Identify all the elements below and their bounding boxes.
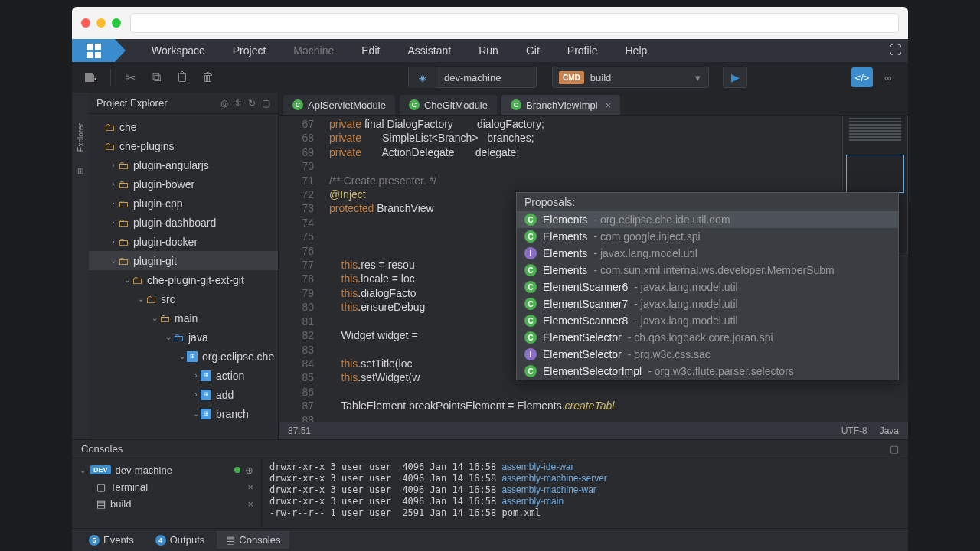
menu-help[interactable]: Help xyxy=(611,44,661,57)
project-explorer: Project Explorer ◎ ⁜ ↻ ▢ 🗀che🗀che-plugin… xyxy=(89,93,279,439)
folder-icon: ⊞ xyxy=(201,370,211,381)
proposal-item[interactable]: CElementSelector - ch.qos.logback.core.j… xyxy=(517,329,898,346)
tree-item[interactable]: ›🗀plugin-angularjs xyxy=(89,155,278,174)
menu-project[interactable]: Project xyxy=(219,44,280,57)
kind-icon: C xyxy=(524,264,537,276)
tree-item[interactable]: ⌄🗀main xyxy=(89,308,278,328)
close-icon[interactable]: × xyxy=(247,498,253,510)
proposal-item[interactable]: CElements - org.eclipse.che.ide.util.dom xyxy=(517,211,898,228)
editor-tab[interactable]: CCheGitModule xyxy=(400,95,497,115)
tree-item[interactable]: ⌄🗀che-plugin-git-ext-git xyxy=(89,270,278,289)
folder-icon: 🗀 xyxy=(118,255,129,267)
machine-input[interactable] xyxy=(436,72,536,83)
tree-item[interactable]: ›🗀plugin-bower xyxy=(89,174,278,194)
tree-item[interactable]: ⌄🗀java xyxy=(89,328,278,347)
consoles-panel: Consoles ▢ ⌄DEVdev-machine⊕▢Terminal×▤bu… xyxy=(72,439,908,528)
language: Java xyxy=(880,425,899,436)
refresh-icon[interactable]: ↻ xyxy=(248,98,256,109)
menu-profile[interactable]: Profile xyxy=(554,44,612,57)
menu-workspace[interactable]: Workspace xyxy=(138,44,219,57)
toolbar: ✂ ⧉ 📋︎ 🗑︎ ◈ CMD build ▾ ▶ </> ∞ xyxy=(72,62,908,93)
tree-item[interactable]: ›⊞action xyxy=(89,366,278,385)
close-icon[interactable]: × xyxy=(247,481,253,493)
folder-icon: ⊞ xyxy=(187,351,198,362)
autocomplete-popup[interactable]: Proposals: CElements - org.eclipse.che.i… xyxy=(516,192,899,380)
kind-icon: C xyxy=(524,298,537,310)
gear-icon: ▤ xyxy=(96,498,106,510)
address-bar[interactable] xyxy=(130,13,899,33)
proposal-item[interactable]: CElementScanner8 - javax.lang.model.util xyxy=(517,312,898,329)
menu-run[interactable]: Run xyxy=(465,44,512,57)
machine-selector[interactable]: ◈ xyxy=(408,67,537,88)
tree-item[interactable]: 🗀che xyxy=(89,117,278,136)
console-tree-item[interactable]: ▤build× xyxy=(72,495,261,512)
kind-icon: C xyxy=(524,281,537,293)
editor-tab[interactable]: CBranchViewImpl× xyxy=(501,95,620,115)
console-tree-item[interactable]: ▢Terminal× xyxy=(72,478,261,495)
paste-icon[interactable]: 📋︎ xyxy=(172,67,192,87)
folder-icon: 🗀 xyxy=(104,121,115,133)
status-dot-icon xyxy=(234,467,240,473)
proposal-item[interactable]: IElements - javax.lang.model.util xyxy=(517,245,898,262)
app-logo[interactable] xyxy=(72,39,115,62)
tree-item[interactable]: 🗀che-plugins xyxy=(89,136,278,155)
close-icon[interactable] xyxy=(81,18,90,28)
code-icon[interactable]: </> xyxy=(851,67,873,87)
menubar: WorkspaceProjectMachineEditAssistantRunG… xyxy=(72,39,908,62)
encoding: UTF-8 xyxy=(841,425,867,436)
bottom-tab-consoles[interactable]: ▤Consoles xyxy=(217,531,289,549)
folder-icon: 🗀 xyxy=(118,159,129,171)
proposal-item[interactable]: CElementScanner7 - javax.lang.model.util xyxy=(517,295,898,312)
command-selector[interactable]: CMD build ▾ xyxy=(552,67,709,88)
menu-assistant[interactable]: Assistant xyxy=(394,44,465,57)
link-icon[interactable]: ∞ xyxy=(877,67,899,87)
add-icon[interactable]: ⊕ xyxy=(245,465,253,476)
new-icon[interactable] xyxy=(81,67,101,87)
explorer-title: Project Explorer xyxy=(96,97,167,109)
tree-item[interactable]: ⌄⊞branch xyxy=(89,404,278,423)
editor-tab[interactable]: CApiServletModule xyxy=(283,95,395,115)
tree-item[interactable]: ⌄🗀plugin-git xyxy=(89,251,278,270)
proposal-item[interactable]: CElements - com.google.inject.spi xyxy=(517,228,898,245)
tree-item[interactable]: ›⊞add xyxy=(89,385,278,404)
proposal-item[interactable]: CElementSelectorImpl - org.w3c.flute.par… xyxy=(517,363,898,380)
popup-title: Proposals: xyxy=(517,193,898,211)
tree-item[interactable]: ›🗀plugin-docker xyxy=(89,232,278,251)
tree-item[interactable]: ⌄🗀src xyxy=(89,289,278,308)
delete-icon[interactable]: 🗑︎ xyxy=(198,67,218,87)
kind-icon: C xyxy=(524,230,537,243)
settings-icon[interactable]: ▢ xyxy=(262,98,270,109)
bottom-tab-events[interactable]: 5Events xyxy=(80,531,143,549)
left-rail: Explorer ⊞ xyxy=(72,93,89,439)
explorer-rail-tab[interactable]: Explorer xyxy=(77,123,85,152)
close-tab-icon[interactable]: × xyxy=(606,99,612,111)
class-icon: C xyxy=(292,99,303,110)
rail-icon[interactable]: ⊞ xyxy=(77,167,83,175)
command-value: build xyxy=(590,72,688,83)
console-tree-item[interactable]: ⌄DEVdev-machine⊕ xyxy=(72,461,261,478)
collapse-icon[interactable]: ⁜ xyxy=(234,98,242,109)
tree-item[interactable]: ›🗀plugin-dashboard xyxy=(89,213,278,232)
target-icon[interactable]: ◎ xyxy=(220,98,228,109)
proposal-item[interactable]: CElements - com.sun.xml.internal.ws.deve… xyxy=(517,262,898,279)
copy-icon[interactable]: ⧉ xyxy=(146,67,166,87)
folder-icon: 🗀 xyxy=(118,178,129,191)
folder-icon: 🗀 xyxy=(173,331,184,344)
cut-icon[interactable]: ✂ xyxy=(120,67,140,87)
zoom-icon[interactable] xyxy=(112,18,121,28)
bottom-tab-outputs[interactable]: 4Outputs xyxy=(146,531,214,549)
proposal-item[interactable]: IElementSelector - org.w3c.css.sac xyxy=(517,346,898,363)
tree-item[interactable]: ›🗀plugin-cpp xyxy=(89,194,278,213)
console-output[interactable]: drwxr-xr-x 3 user user 4096 Jan 14 16:58… xyxy=(262,458,908,528)
run-button[interactable]: ▶ xyxy=(723,67,747,88)
tree-item[interactable]: ⌄⊞org.eclipse.che xyxy=(89,347,278,366)
minimize-icon[interactable] xyxy=(96,18,106,28)
minimize-panel-icon[interactable]: ▢ xyxy=(890,443,899,455)
proposal-item[interactable]: CElementScanner6 - javax.lang.model.util xyxy=(517,279,898,295)
menu-git[interactable]: Git xyxy=(512,44,554,57)
menu-machine[interactable]: Machine xyxy=(279,44,348,57)
menu-edit[interactable]: Edit xyxy=(348,44,394,57)
folder-icon: 🗀 xyxy=(118,197,129,210)
fullscreen-icon[interactable]: ⛶ xyxy=(890,44,902,57)
code-area[interactable]: 6768697071727374757677787980818283848586… xyxy=(279,116,908,422)
